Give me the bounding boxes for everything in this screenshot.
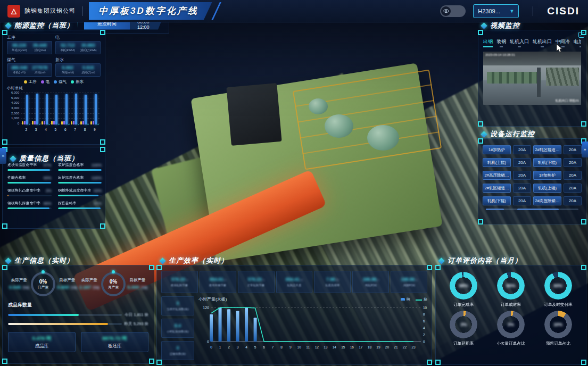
bar-group [61,93,70,124]
progress-track [7,195,52,196]
camera-tab-4[interactable]: 轧机出口 [533,38,552,47]
scrollbar-track[interactable] [517,209,578,210]
svg-text:4: 4 [245,345,247,349]
panel-equipment-monitoring: 设备运行监控 1#加热炉20A2#轧区辊道…20A轧机(上辊)20A轧机(下辊)… [478,138,586,224]
device-name-chip[interactable]: 轧机(上辊) [533,184,561,193]
donut-label: 订单及时交付率 [544,302,572,307]
order-donut-cell: 93%订单及时交付率 [535,272,581,307]
efficiency-stat-label: 间隙时间 [403,283,415,287]
quality-item: 逐块冷温度命中率97% [7,162,52,171]
progress-track [7,182,52,184]
quality-item: 钢板终轧凸度命中率3% [7,188,52,196]
bar [78,124,79,124]
camera-tab-1[interactable]: 出钢 [483,38,493,47]
progress-track [58,195,102,196]
quality-item: 探伤合格率97% [58,201,102,209]
cisdi-logo: CISDI [547,5,579,17]
corner-decoration [581,121,586,127]
corner-decoration [100,139,105,145]
corner-decoration [478,138,483,144]
bar-group [42,93,50,124]
quality-item-value: 100% [92,176,102,180]
actual-output-label: 实际产量 [79,278,100,283]
quality-item-label: 出炉温度合格率 [58,175,84,180]
efficiency-stat-label: 逐块轧制节奏 [171,283,188,287]
corner-decoration [478,121,483,127]
corner-decoration [2,223,7,229]
collapse-left-tab[interactable]: « [0,148,6,164]
bar [75,94,77,124]
device-select-dropdown[interactable]: H2309... ▼ [473,4,519,18]
bar [46,94,48,124]
order-donut-cell: 95%订单成材率 [488,272,534,307]
efficiency-stat-label: 轧制总长度 [287,283,302,287]
order-donut-cell: 98%订单完成率 [441,272,486,307]
quality-item-label: 性能合格率 [7,175,26,180]
efficiency-stat-value: 654.61 s [210,277,226,282]
legend-dot-icon [41,80,44,84]
y-tick-label: 3,000 [7,106,19,110]
side-card-value: 0 [177,301,179,306]
svg-text:10: 10 [297,345,302,349]
corner-decoration [2,30,7,35]
panel-diamond-icon [481,131,487,138]
device-current-value: 20A [513,184,531,193]
corner-decoration [149,265,154,270]
device-name-chip[interactable]: 轧机(上辊) [483,158,511,167]
device-current-value: 20A [513,158,531,167]
scrollbar-track[interactable] [486,209,517,210]
collapse-right-tab[interactable]: » [582,142,588,157]
energy-group: 煤气486.040单耗(m³/t)277578消耗(m³) [7,57,52,77]
donut-label: 订单成材率 [501,302,521,307]
device-name-chip[interactable]: 轧机(下辊) [533,158,561,167]
visibility-toggle[interactable] [440,5,466,17]
device-name-chip[interactable]: 1#加热炉 [483,145,511,154]
panel-diamond-icon [10,155,16,162]
header-divider [533,6,533,16]
svg-text:7: 7 [272,345,274,349]
y-tick-label: 4,000 [7,101,19,104]
camera-tab-6[interactable]: 电加热 [574,38,581,47]
donut-value: 3% [497,311,525,338]
device-name-chip[interactable]: 2#高压除鳞… [533,196,561,205]
order-donut-cell: 3%小欠量订单占比 [488,311,534,346]
device-name-chip[interactable]: 2#轧区辊道… [533,145,561,154]
month-ring-percent: 0% [110,279,117,285]
bar [29,124,30,124]
actual-output-label: 实际产量 [9,278,29,283]
panel-diamond-icon [5,22,12,29]
camera-tab-2[interactable]: 装钢 [496,38,506,47]
donut-chart: 10% [544,311,572,338]
corner-decoration [427,360,432,365]
efficiency-stat-label: 纯轧时间 [365,283,377,287]
stock-card-value: 0.476 吨 [32,335,52,342]
energy-group-name: 新水 [55,57,101,63]
device-name-chip[interactable]: 2#轧区辊道… [483,184,511,193]
video-feed[interactable]: 2023-09-14 10:28:31 轧机出口 球机01 [483,52,581,105]
bar [34,121,36,124]
hourly-chart-legend: 吨块 [401,297,427,302]
bar [22,121,23,124]
energy-group-name: 电 [55,35,101,40]
efficiency-stat-value: 198.86 s [401,277,417,282]
x-tick-label: 6 [64,128,67,131]
donut-chart: 95% [497,272,525,300]
efficiency-stat-card: 576.23 s正常轧制节奏 [238,271,275,293]
x-tick-label: 2 [25,128,27,131]
quality-item-value: 99% [44,176,52,180]
device-name-chip[interactable]: 轧机(下辊) [483,196,511,205]
device-name-chip[interactable]: 2#高压除鳞… [483,171,511,180]
camera-tab-3[interactable]: 轧机入口 [510,38,529,47]
stock-bar: 今日 1,811 块 [8,312,148,318]
device-name-chip[interactable]: 1#加热炉 [533,171,561,180]
day-ring-label: 日产量 [37,285,48,290]
target-output-value: 0.600 [57,285,69,290]
legend-item: 工序 [24,79,37,85]
camera-tab-5[interactable]: 中间冷 [556,38,570,47]
svg-text:1: 1 [219,345,221,349]
corner-decoration [156,360,162,365]
device-current-value: 20A [564,145,582,154]
donut-label: 订单延期率 [453,340,474,346]
device-current-value: 20A [564,196,582,205]
legend-item: 块 [416,297,427,302]
